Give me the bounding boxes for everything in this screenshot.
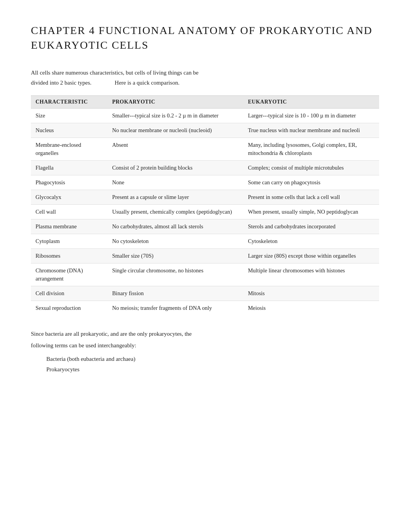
cell-eukaryotic: Many, including lysosomes, Golgi complex… (243, 138, 379, 160)
cell-eukaryotic: Cytoskeleton (243, 234, 379, 248)
cell-eukaryotic: Complex; consist of multiple microtubule… (243, 160, 379, 175)
intro-line2: divided into 2 basic types. Here is a qu… (31, 80, 379, 86)
intro-line2a: divided into 2 basic types. (31, 80, 91, 86)
header-prokaryotic: PROKARYOTIC (107, 95, 243, 108)
cell-prokaryotic: No nuclear membrane or nucleoli (nucleoi… (107, 123, 243, 138)
cell-eukaryotic: When present, usually simple, NO peptido… (243, 204, 379, 219)
intro-line2b: Here is a quick comparison. (115, 80, 180, 86)
footer-list-item: Prokaryocytes (46, 364, 379, 375)
cell-eukaryotic: Sterols and carbohydrates incorporated (243, 219, 379, 234)
cell-characteristic: Cytoplasm (31, 234, 107, 248)
cell-characteristic: Flagella (31, 160, 107, 175)
cell-eukaryotic: True nucleus with nuclear membrane and n… (243, 123, 379, 138)
table-row: Plasma membraneNo carbohydrates, almost … (31, 219, 379, 234)
cell-eukaryotic: Multiple linear chromosomes with histone… (243, 263, 379, 286)
cell-characteristic: Ribosomes (31, 248, 107, 263)
cell-characteristic: Cell division (31, 286, 107, 301)
cell-eukaryotic: Meiosis (243, 301, 379, 315)
cell-characteristic: Size (31, 108, 107, 123)
table-row: RibosomesSmaller size (70S)Larger size (… (31, 248, 379, 263)
cell-prokaryotic: No meiosis; transfer fragments of DNA on… (107, 301, 243, 315)
header-eukaryotic: EUKARYOTIC (243, 95, 379, 108)
cell-prokaryotic: Smaller size (70S) (107, 248, 243, 263)
cell-characteristic: Membrane-enclosed organelles (31, 138, 107, 160)
cell-characteristic: Cell wall (31, 204, 107, 219)
cell-prokaryotic: No carbohydrates, almost all lack sterol… (107, 219, 243, 234)
cell-eukaryotic: Larger---typical size is 10 - 100 µ m in… (243, 108, 379, 123)
cell-prokaryotic: Absent (107, 138, 243, 160)
cell-characteristic: Phagocytosis (31, 175, 107, 190)
cell-characteristic: Nucleus (31, 123, 107, 138)
footer-line1: Since bacteria are all prokaryotic, and … (31, 329, 379, 338)
comparison-table: CHARACTERISTIC PROKARYOTIC EUKARYOTIC Si… (31, 95, 379, 315)
cell-prokaryotic: Smaller---typical size is 0.2 - 2 µ m in… (107, 108, 243, 123)
table-row: FlagellaConsist of 2 protein building bl… (31, 160, 379, 175)
footer-list-item: Bacteria (both eubacteria and archaea) (46, 354, 379, 364)
header-characteristic: CHARACTERISTIC (31, 95, 107, 108)
cell-prokaryotic: No cytoskeleton (107, 234, 243, 248)
cell-characteristic: Sexual reproduction (31, 301, 107, 315)
cell-prokaryotic: Usually present, chemically complex (pep… (107, 204, 243, 219)
cell-prokaryotic: Single circular chromosome, no histones (107, 263, 243, 286)
cell-eukaryotic: Mitosis (243, 286, 379, 301)
cell-eukaryotic: Larger size (80S) except those within or… (243, 248, 379, 263)
table-row: PhagocytosisNoneSome can carry on phagoc… (31, 175, 379, 190)
table-row: NucleusNo nuclear membrane or nucleoli (… (31, 123, 379, 138)
table-row: SizeSmaller---typical size is 0.2 - 2 µ … (31, 108, 379, 123)
intro-line1: All cells share numerous characteristics… (31, 68, 379, 77)
cell-eukaryotic: Present in some cells that lack a cell w… (243, 190, 379, 204)
table-row: Chromosome (DNA) arrangementSingle circu… (31, 263, 379, 286)
table-row: Sexual reproductionNo meiosis; transfer … (31, 301, 379, 315)
cell-characteristic: Plasma membrane (31, 219, 107, 234)
cell-prokaryotic: None (107, 175, 243, 190)
page-title: CHAPTER 4 FUNCTIONAL ANATOMY OF PROKARYO… (31, 23, 379, 53)
table-row: Cell divisionBinary fissionMitosis (31, 286, 379, 301)
cell-prokaryotic: Binary fission (107, 286, 243, 301)
cell-eukaryotic: Some can carry on phagocytosis (243, 175, 379, 190)
footer-list: Bacteria (both eubacteria and archaea)Pr… (46, 354, 379, 375)
cell-prokaryotic: Consist of 2 protein building blocks (107, 160, 243, 175)
cell-characteristic: Glycocalyx (31, 190, 107, 204)
cell-characteristic: Chromosome (DNA) arrangement (31, 263, 107, 286)
table-row: Cell wallUsually present, chemically com… (31, 204, 379, 219)
table-row: Membrane-enclosed organellesAbsentMany, … (31, 138, 379, 160)
table-row: GlycocalyxPresent as a capsule or slime … (31, 190, 379, 204)
footer-line2: following terms can be used interchangea… (31, 341, 379, 350)
cell-prokaryotic: Present as a capsule or slime layer (107, 190, 243, 204)
table-row: CytoplasmNo cytoskeletonCytoskeleton (31, 234, 379, 248)
